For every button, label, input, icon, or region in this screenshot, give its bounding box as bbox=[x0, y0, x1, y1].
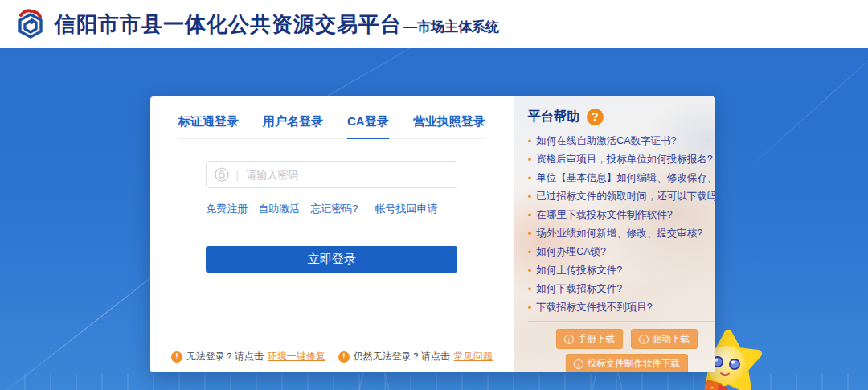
password-field-wrap: | bbox=[206, 161, 457, 188]
field-separator: | bbox=[235, 168, 239, 182]
help-link-apply-ca-lock[interactable]: • 如何办理CA锁? bbox=[528, 247, 715, 257]
download-icon: ↓ bbox=[574, 359, 583, 369]
env-repair-link[interactable]: 环境一键修复 bbox=[268, 350, 326, 363]
account-recovery-link[interactable]: 帐号找回申请 bbox=[375, 202, 438, 216]
free-register-link[interactable]: 免费注册 bbox=[206, 202, 248, 216]
main-background: 标证通登录 用户名登录 CA登录 营业执照登录 | 免费注册 自助激活 忘记密码… bbox=[0, 48, 868, 390]
download-row-1: ↓ 手册下载 ↓ 驱动下载 bbox=[528, 329, 715, 349]
manual-download-button[interactable]: ↓ 手册下载 bbox=[556, 329, 623, 349]
bullet-icon: • bbox=[528, 191, 532, 202]
login-help-footer: ! 无法登录？请点击环境一键修复 ! 仍然无法登录？请点击常见问题 bbox=[150, 350, 514, 363]
help-link-label: 如何下载招标文件? bbox=[536, 284, 622, 294]
help-link-label: 如何上传投标文件? bbox=[536, 265, 622, 276]
warning-icon: ! bbox=[338, 351, 350, 363]
cannot-login-text: 无法登录？请点击 bbox=[186, 350, 264, 363]
help-question-icon: ? bbox=[587, 109, 604, 125]
download-icon: ↓ bbox=[564, 335, 574, 344]
help-link-label: 资格后审项目，投标单位如何投标报名? bbox=[536, 154, 712, 165]
bid-software-download-button[interactable]: ↓ 投标文件制作软件下载 bbox=[566, 354, 688, 372]
help-link-upload-bid-file[interactable]: • 如何上传投标文件? bbox=[528, 265, 715, 276]
tab-bzt-login[interactable]: 标证通登录 bbox=[178, 114, 239, 138]
bullet-icon: • bbox=[528, 173, 532, 183]
help-link-label: 单位【基本信息】如何编辑、修改保存、... bbox=[536, 173, 715, 183]
help-link-offsite-performance[interactable]: • 场外业绩如何新增、修改、提交审核? bbox=[528, 228, 715, 239]
help-link-project-not-found[interactable]: • 下载招标文件找不到项目? bbox=[528, 302, 715, 313]
platform-logo-icon bbox=[14, 8, 47, 40]
page-header: 信阳市市县一体化公共资源交易平台 —市场主体系统 bbox=[0, 0, 868, 48]
download-button-label: 手册下载 bbox=[578, 333, 615, 345]
driver-download-button[interactable]: ↓ 驱动下载 bbox=[631, 329, 698, 349]
bg-streak bbox=[738, 48, 868, 178]
login-tabs: 标证通登录 用户名登录 CA登录 营业执照登录 bbox=[178, 114, 485, 139]
help-link-label: 在哪里下载投标文件制作软件? bbox=[536, 210, 672, 220]
bullet-icon: • bbox=[528, 210, 532, 220]
password-input[interactable] bbox=[246, 169, 448, 181]
help-link-edit-basic-info[interactable]: • 单位【基本信息】如何编辑、修改保存、... bbox=[528, 173, 715, 183]
forgot-password-link[interactable]: 忘记密码? bbox=[310, 202, 358, 216]
login-card: 标证通登录 用户名登录 CA登录 营业执照登录 | 免费注册 自助激活 忘记密码… bbox=[150, 96, 715, 372]
bullet-icon: • bbox=[528, 154, 532, 165]
bullet-icon: • bbox=[528, 136, 532, 146]
still-cannot-login-text: 仍然无法登录？请点击 bbox=[354, 350, 450, 363]
login-pane: 标证通登录 用户名登录 CA登录 营业执照登录 | 免费注册 自助激活 忘记密码… bbox=[150, 96, 514, 372]
bullet-icon: • bbox=[528, 228, 532, 239]
help-divider bbox=[528, 321, 715, 322]
login-button[interactable]: 立即登录 bbox=[206, 246, 457, 273]
help-title-row: 平台帮助 ? bbox=[528, 109, 715, 125]
help-link-label: 如何在线自助激活CA数字证书? bbox=[536, 136, 676, 146]
page-subtitle: —市场主体系统 bbox=[403, 13, 499, 36]
download-icon: ↓ bbox=[639, 335, 649, 344]
help-link-label: 下载招标文件找不到项目? bbox=[536, 302, 652, 313]
cannot-login-group: ! 无法登录？请点击环境一键修复 bbox=[171, 350, 326, 363]
help-title: 平台帮助 bbox=[528, 109, 579, 125]
tab-business-license-login[interactable]: 营业执照登录 bbox=[413, 114, 485, 138]
tab-ca-login[interactable]: CA登录 bbox=[347, 114, 389, 139]
help-link-expired-download[interactable]: • 已过招标文件的领取时间，还可以下载吗... bbox=[528, 191, 715, 202]
download-area: ↓ 手册下载 ↓ 驱动下载 ↓ 投标文件制作软件下载 bbox=[528, 329, 715, 372]
help-link-bid-signup[interactable]: • 资格后审项目，投标单位如何投标报名? bbox=[528, 154, 715, 165]
help-link-software-download-where[interactable]: • 在哪里下载投标文件制作软件? bbox=[528, 210, 715, 220]
faq-link[interactable]: 常见问题 bbox=[454, 350, 493, 363]
download-button-label: 投标文件制作软件下载 bbox=[588, 358, 680, 370]
help-link-download-tender-file[interactable]: • 如何下载招标文件? bbox=[528, 284, 715, 294]
help-link-label: 已过招标文件的领取时间，还可以下载吗... bbox=[536, 191, 715, 202]
bullet-icon: • bbox=[528, 265, 532, 276]
still-cannot-login-group: ! 仍然无法登录？请点击常见问题 bbox=[338, 350, 493, 363]
download-row-2: ↓ 投标文件制作软件下载 bbox=[528, 354, 715, 372]
bullet-icon: • bbox=[528, 284, 532, 294]
download-button-label: 驱动下载 bbox=[653, 333, 690, 345]
help-link-activate-ca[interactable]: • 如何在线自助激活CA数字证书? bbox=[528, 136, 715, 146]
page-title: 信阳市市县一体化公共资源交易平台 bbox=[55, 10, 402, 39]
bullet-icon: • bbox=[528, 247, 532, 257]
help-link-label: 场外业绩如何新增、修改、提交审核? bbox=[536, 228, 702, 239]
help-pane: 平台帮助 ? • 如何在线自助激活CA数字证书? • 资格后审项目，投标单位如何… bbox=[514, 96, 715, 372]
self-activate-link[interactable]: 自助激活 bbox=[258, 202, 300, 216]
help-link-label: 如何办理CA锁? bbox=[536, 247, 606, 257]
quick-links: 免费注册 自助激活 忘记密码? 帐号找回申请 bbox=[206, 202, 457, 216]
warning-icon: ! bbox=[171, 351, 182, 363]
lock-icon bbox=[215, 167, 229, 182]
bullet-icon: • bbox=[528, 302, 532, 313]
tab-username-login[interactable]: 用户名登录 bbox=[263, 114, 323, 138]
